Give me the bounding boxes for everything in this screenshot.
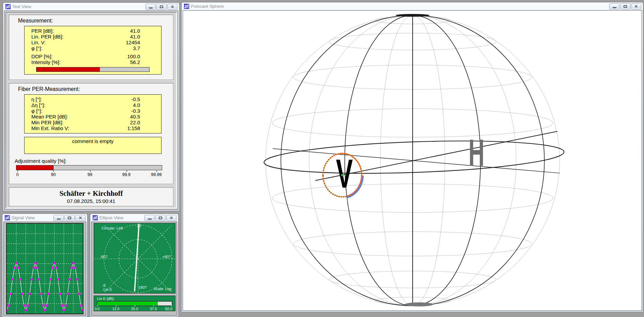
ellipse-polar-panel: Circular: Left 0? -90? +90? 180? -E -Lin… <box>94 223 175 294</box>
row-label: φ [°]: <box>31 45 42 51</box>
window-title: Text View <box>12 4 144 9</box>
comment-box: comment is empty <box>24 137 162 154</box>
window-poincare-sphere: Poincaré Sphere ✕ HV <box>181 2 643 312</box>
titlebar-text-view[interactable]: Text View ✕ <box>3 3 179 11</box>
minimize-button[interactable] <box>145 4 156 10</box>
close-button[interactable]: ✕ <box>631 3 641 10</box>
titlebar-ellipse-view[interactable]: Ellipse View ✕ <box>90 214 178 222</box>
measurement-row: DOP [%]:100.0 <box>31 53 140 59</box>
scale-label: 12.5 <box>112 307 119 311</box>
window-title: Ellipse View <box>99 215 143 220</box>
maximize-button[interactable] <box>620 3 630 10</box>
measurement-heading: Measurement: <box>18 18 168 24</box>
poincare-sphere-canvas[interactable]: HV <box>183 11 642 311</box>
brand-panel: Schäfter + Kirchhoff 07.08.2025, 15:00:4… <box>9 187 173 206</box>
maximize-icon <box>160 5 163 8</box>
adjustment-quality-scale: 0 90 99 99.9 99.99 <box>16 171 162 177</box>
row-value: 22.0 <box>130 120 140 125</box>
row-label: φ [°]: <box>31 108 42 114</box>
lin-e-gauge-scale: 0.0 12.5 25.0 37.5 50.0 <box>97 306 172 311</box>
app-icon <box>184 4 189 9</box>
row-label: PER [dB]: <box>31 28 54 34</box>
maximize-button[interactable] <box>155 215 166 221</box>
adjustment-quality-bar <box>16 165 162 170</box>
signal-plot <box>6 223 83 314</box>
measurement-row: Intensity [%]:56.2 <box>31 59 140 65</box>
scale-label: 99.9 <box>122 172 131 177</box>
text-view-body: Measurement: PER [dB]:41.0 Lin. PER [dB]… <box>5 12 177 208</box>
maximize-icon <box>624 5 627 8</box>
row-value: 1:158 <box>127 125 140 131</box>
signal-waveform <box>7 224 83 314</box>
minimize-button[interactable] <box>53 215 64 221</box>
row-value: 40.5 <box>130 114 140 120</box>
row-label: Lin. V: <box>31 39 46 45</box>
measurement-row: φ [°]:3.7 <box>31 45 140 51</box>
measurement-row: PER [dB]:41.0 <box>31 28 140 34</box>
row-label: Min Ext. Ratio V: <box>31 125 69 131</box>
h-pole-marker: H <box>469 131 485 174</box>
fiber-row: Min Ext. Ratio V:1:158 <box>31 125 140 131</box>
degm90-label: -90? <box>100 255 107 259</box>
row-value: 41.0 <box>130 34 140 39</box>
window-title: Signal View <box>12 215 52 220</box>
lin-e-gauge-label: Lin E [dB]: <box>97 297 114 301</box>
fiber-row: Min PER [dB]:22.0 <box>31 120 140 125</box>
row-label: Intensity [%]: <box>31 59 61 65</box>
maximize-button[interactable] <box>156 4 167 10</box>
scale-label: 99.99 <box>151 172 162 177</box>
fiber-row: φ [°]:-0.3 <box>31 108 140 114</box>
close-icon: ✕ <box>171 5 174 9</box>
row-label: Min PER [dB]: <box>31 120 63 125</box>
row-value: 3.7 <box>133 45 140 51</box>
row-label: η [°]: <box>31 96 42 102</box>
window-title: Poincaré Sphere <box>191 4 608 9</box>
row-value: 12454 <box>126 39 140 45</box>
scale-label: 90 <box>51 172 56 177</box>
minimize-icon <box>57 219 61 220</box>
row-label: Lin. PER [dB]: <box>31 34 63 39</box>
minimize-button[interactable] <box>144 215 155 221</box>
scale-label: 0.0 <box>95 307 100 311</box>
minimize-button[interactable] <box>609 3 619 10</box>
row-value: 41.0 <box>130 28 140 34</box>
row-value: -0.3 <box>131 108 140 114</box>
circular-label: Circular: Left <box>102 226 123 230</box>
comment-text: comment is empty <box>72 138 114 144</box>
brand-name: Schäfter + Kirchhoff <box>14 189 168 198</box>
close-button[interactable]: ✕ <box>75 215 86 221</box>
measurement-row: Lin. V:12454 <box>31 39 140 45</box>
maximize-icon <box>159 217 162 219</box>
fiber-panel: Fiber PER-Measurement: η [°]:-0.5 Δη [°]… <box>9 83 173 184</box>
fiber-row: Mean PER [dB]:40.5 <box>31 114 140 120</box>
maximize-icon <box>68 217 71 219</box>
intensity-bar-fill <box>36 67 100 72</box>
titlebar-signal-view[interactable]: Signal View ✕ <box>2 214 87 222</box>
adjustment-quality-label: Adjustment quality [%]: <box>15 158 168 164</box>
maximize-button[interactable] <box>64 215 75 221</box>
close-icon: ✕ <box>79 216 82 220</box>
close-button[interactable]: ✕ <box>167 4 178 10</box>
deg180-label: 180? <box>138 285 147 289</box>
scale-label: 25.0 <box>131 307 138 311</box>
window-ellipse-view: Ellipse View ✕ Circular: Left 0? -90? +9… <box>90 213 179 317</box>
measurement-values-box: PER [dB]:41.0 Lin. PER [dB]:41.0 Lin. V:… <box>24 26 162 75</box>
fiber-row: η [°]:-0.5 <box>31 96 140 102</box>
fiber-values-box: η [°]:-0.5 Δη [°]:4.0 φ [°]:-0.3 Mean PE… <box>24 94 162 133</box>
intensity-bar <box>36 67 150 72</box>
lin-e-label: -Lin E <box>102 287 112 291</box>
scale-log-label: Scale: Log <box>154 287 171 291</box>
app-icon <box>5 215 10 220</box>
scale-label: 37.5 <box>150 307 157 311</box>
window-signal-view: Signal View ✕ <box>2 213 88 317</box>
close-button[interactable]: ✕ <box>166 215 177 221</box>
row-label: Δη [°]: <box>31 102 45 108</box>
minimize-icon <box>149 7 153 9</box>
titlebar-poincare[interactable]: Poincaré Sphere ✕ <box>182 2 643 10</box>
lin-e-gauge-panel: Lin E [dB]: 0.0 12.5 25.0 37.5 50.0 <box>94 296 175 311</box>
fiber-heading: Fiber PER-Measurement: <box>18 86 168 92</box>
row-value: 56.2 <box>130 59 140 65</box>
v-pole-marker: V <box>336 151 353 196</box>
brand-datetime: 07.08.2025, 15:00:41 <box>14 198 168 204</box>
row-label: DOP [%]: <box>31 53 52 59</box>
